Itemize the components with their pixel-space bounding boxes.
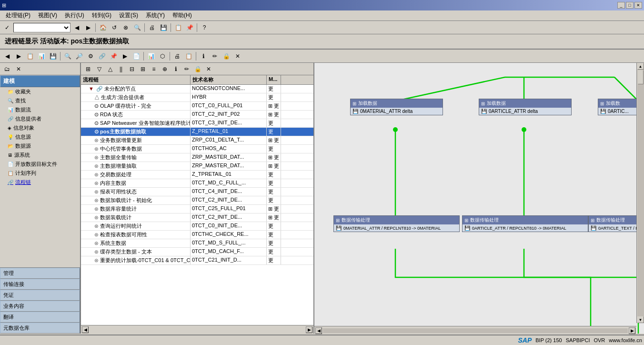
expand-icon-root[interactable]: ▼	[89, 86, 94, 91]
ct-btn7[interactable]: ≡	[149, 64, 159, 74]
scrollbar-thumb[interactable]	[638, 70, 644, 84]
tree-row-8[interactable]: ⊙ 主数据增量抽取 ZRP_MASTER_DAT... ⊞ 更	[81, 162, 313, 171]
tb2-btn7[interactable]: 🔎	[74, 51, 84, 61]
ct-btn9[interactable]: ℹ	[171, 64, 181, 74]
tree-row-9[interactable]: ⊙ 交易数据处理 Z_TPRETAIL_01 更	[81, 171, 313, 179]
nav-item-datasource[interactable]: 📂 数据源	[0, 142, 80, 151]
flow-node-5[interactable]: ⊞ 数据传输处理 💾 0ARTICLE_ATTR / REPCLNT810 ->…	[462, 215, 588, 232]
tree-row-1[interactable]: ⊙ OLAP 缓存统计 - 完全 0TCT_C0_FULL_P01 ⊞ 更	[81, 102, 313, 111]
nav-item-favorites[interactable]: 📁 收藏夹	[0, 87, 80, 96]
lp-btn1[interactable]: 🗂	[2, 64, 12, 74]
tree-row-17[interactable]: ⊙ 系统主数据 0TCT_MD_S_FULL_... 更	[81, 239, 313, 248]
tree-row-10[interactable]: ⊙ 内容主数据 0TCT_MD_C_FULL_... 更	[81, 179, 313, 188]
menu-bangzhu[interactable]: 帮助(H)	[169, 10, 196, 20]
tb2-pencil[interactable]: ✏	[210, 51, 220, 61]
tree-row-4[interactable]: ⊙ pos主数据数据抽取 Z_PRETAIL_01 更	[81, 128, 313, 136]
menu-xitong[interactable]: 系统(Y)	[142, 10, 169, 20]
menu-shezhi[interactable]: 设置(S)	[115, 10, 142, 20]
minimize-button[interactable]: _	[617, 2, 625, 9]
tb2-btn8[interactable]: ⚙	[85, 51, 96, 61]
save-btn[interactable]: 💾	[158, 22, 169, 33]
home-btn[interactable]: 🏠	[98, 22, 108, 33]
nav-item-infoobject[interactable]: ◈ 信息对象	[0, 123, 80, 132]
help-btn[interactable]: ?	[199, 22, 210, 33]
bottom-scroll-left[interactable]: ◀	[315, 327, 322, 334]
print-btn[interactable]: 🖨	[147, 22, 157, 33]
tb2-btn11[interactable]: ▶	[120, 51, 130, 61]
ct-btn3[interactable]: △	[105, 64, 115, 74]
tree-row-7[interactable]: ⊙ 主数据全量传输 ZRP_MASTER_DAT... ⊞ 更	[81, 153, 313, 162]
tree-row-19[interactable]: ⊙ 重要的统计加载-0TCT_C01 & 0TCT_C21 0TCT_C21_I…	[81, 256, 313, 265]
lp-btn2[interactable]: ✕	[13, 64, 24, 74]
flow-node-4[interactable]: ⊞ 数据传输处理 💾 0MATERIAL_ATTR / REPCLNT810 -…	[333, 215, 460, 232]
tb2-info[interactable]: ℹ	[198, 51, 209, 61]
ct-btn2[interactable]: ▽	[94, 64, 104, 74]
tree-row-18[interactable]: ⊙ 缓存类型主数据 - 文本 0TCT_MD_CACH_F... 更	[81, 248, 313, 256]
ct-btn10[interactable]: ✏	[181, 64, 192, 74]
tb2-btn6[interactable]: 🔍	[62, 51, 73, 61]
tree-row-11[interactable]: ⊙ 报表可用性状态 0TCT_C4_INIT_DE... 更	[81, 188, 313, 196]
nav-item-opendst[interactable]: 📄 开放数据目标文件	[0, 160, 80, 169]
tree-row-12[interactable]: ⊙ 数据加载统计 - 初始化 0TCT_C2_INIT_DE... 更	[81, 196, 313, 205]
tb2-btn3[interactable]: 📋	[25, 51, 35, 61]
tb2-btn1[interactable]: ◀	[2, 51, 12, 61]
menu-shitu[interactable]: 视图(V)	[34, 10, 61, 20]
bottom-section-admin[interactable]: 管理	[0, 268, 80, 279]
ct-btn6[interactable]: ⊞	[138, 64, 148, 74]
nav-item-planseq[interactable]: 📋 计划序列	[0, 169, 80, 178]
tree-row-15[interactable]: ⊙ 查询运行时间统计 0TCT_C0_INIT_DE... 更	[81, 222, 313, 231]
stop-btn[interactable]: ⊗	[121, 22, 131, 33]
tb2-btn15[interactable]: 🖨	[172, 51, 182, 61]
bottom-section-business[interactable]: 业务内容	[0, 301, 80, 312]
nav-item-dataflow[interactable]: 📊 数据流	[0, 105, 80, 114]
bottom-section-transport[interactable]: 传输连接	[0, 279, 80, 290]
ct-btn11[interactable]: 🔒	[192, 64, 203, 74]
bottom-section-translate[interactable]: 翻译	[0, 312, 80, 323]
tb2-btn9[interactable]: 🔗	[97, 51, 107, 61]
tb2-close[interactable]: ✕	[232, 51, 243, 61]
tree-row-16[interactable]: ⊙ 检查报表数据可用性 0TCTHC_CHECK_RE... 更	[81, 231, 313, 239]
tree-row-root[interactable]: ▼ 🔗 未分配的节点 NODESNOTCONNE... 更	[81, 85, 313, 93]
maximize-button[interactable]: □	[626, 2, 634, 9]
paste-btn[interactable]: 📌	[184, 22, 195, 33]
tb2-btn2[interactable]: ▶	[13, 51, 24, 61]
menu-zhuandao[interactable]: 转到(G)	[88, 10, 115, 20]
tb2-btn4[interactable]: 📊	[36, 51, 47, 61]
bottom-section-verify[interactable]: 凭证	[0, 290, 80, 301]
tree-row-0[interactable]: △ 生成方:混合提供者 HYBR 更	[81, 93, 313, 102]
tree-row-13[interactable]: ⊙ 数据库容量统计 0TCT_C25_FULL_P01 ⊞ 更	[81, 205, 313, 213]
nav-item-processchain[interactable]: 🔗 流程链	[0, 178, 80, 187]
scroll-right[interactable]: ▶	[306, 326, 312, 333]
nav-back[interactable]: ◀	[71, 22, 82, 33]
tree-row-5[interactable]: ⊙ 业务数据增量更新 ZRP_C01_DELTA_T... ⊞ 更	[81, 136, 313, 145]
nav-item-search[interactable]: 🔍 查找	[0, 96, 80, 105]
tb2-btn5[interactable]: 💾	[48, 51, 58, 61]
tree-row-14[interactable]: ⊙ 数据装载统计 0TCT_C2_INIT_DE... ⊞ 更	[81, 213, 313, 222]
tree-row-2[interactable]: ⊙ RDA 状态 0TCT_C2_INIT_P02 ⊞ 更	[81, 111, 313, 119]
menu-chulilian[interactable]: 处理链(P)	[2, 10, 34, 20]
flow-node-2[interactable]: ⊞ 加载数据 💾 0ARTICLE_ATTR delta	[479, 99, 572, 115]
back-button[interactable]: ✓	[2, 22, 12, 33]
tb2-btn13[interactable]: 📊	[146, 51, 156, 61]
toolbar-combo[interactable]	[13, 23, 70, 32]
flow-node-6[interactable]: ⊞ 数据传输处理 💾 0ARTICLE_TEXT / R...	[588, 215, 644, 232]
tb2-btn10[interactable]: 📌	[108, 51, 119, 61]
nav-item-infoprovider[interactable]: 🔗 信息提供者	[0, 114, 80, 123]
tb2-btn16[interactable]: 📋	[183, 51, 194, 61]
tb2-btn14[interactable]: ⬡	[157, 51, 168, 61]
tree-row-3[interactable]: ⊙ SAP Netweaver 业务智能加速程序统计 0TCT_C3_INIT_…	[81, 119, 313, 128]
tb2-lock[interactable]: 🔒	[221, 51, 231, 61]
ct-btn4[interactable]: ||	[116, 64, 126, 74]
refresh-btn[interactable]: ↺	[109, 22, 120, 33]
scrollbar-up[interactable]: ▲	[637, 63, 644, 70]
search-btn[interactable]: 🔍	[132, 22, 142, 33]
ct-btn8[interactable]: ⊕	[160, 64, 170, 74]
close-button[interactable]: ✕	[634, 2, 642, 9]
nav-item-infosource[interactable]: 💡 信息源	[0, 132, 80, 142]
flow-node-1[interactable]: ⊞ 加载数据 💾 0MATERIAL_ATTR delta	[350, 99, 443, 115]
bottom-scroll-right[interactable]: ▶	[629, 327, 635, 334]
tb2-btn12[interactable]: 📄	[131, 51, 141, 61]
nav-item-sourcesystem[interactable]: 🖥 源系统	[0, 151, 80, 160]
copy-btn[interactable]: 📋	[173, 22, 183, 33]
ct-close[interactable]: ✕	[203, 64, 214, 74]
